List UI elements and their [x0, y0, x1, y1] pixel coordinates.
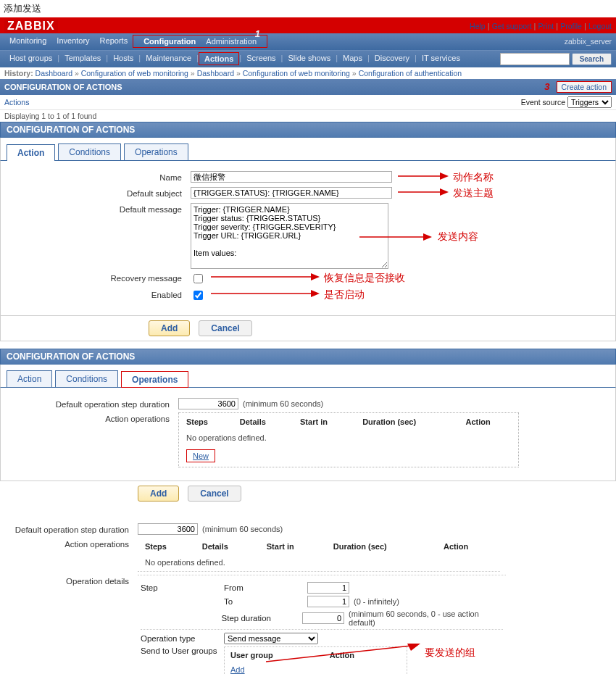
profile-link[interactable]: Profile — [560, 22, 582, 30]
from-input[interactable] — [307, 582, 349, 594]
history-label: History: — [4, 69, 33, 78]
nav-slideshows[interactable]: Slide shows — [283, 52, 336, 65]
annotation-3: 3 — [544, 81, 549, 92]
tab-operations[interactable]: Operations — [121, 371, 188, 388]
panel-body1: Name 动作名称 Default subject 发送主题 Default m… — [0, 161, 616, 316]
nav-hostgroups[interactable]: Host groups — [4, 52, 57, 65]
nav-templates[interactable]: Templates — [59, 52, 106, 65]
logo-bar: ZABBIX Help | Get support | Print | Prof… — [0, 17, 616, 33]
nav-maps[interactable]: Maps — [338, 52, 367, 65]
logout-link[interactable]: Logout — [588, 22, 612, 30]
tab-action[interactable]: Action — [7, 144, 55, 161]
nav-actions[interactable]: Actions — [199, 52, 239, 65]
stepdur-input[interactable] — [302, 612, 344, 624]
stepdur-hint: (minimum 60 seconds, 0 - use action defa… — [349, 609, 503, 627]
tab-action[interactable]: Action — [7, 370, 52, 387]
th-startin: Start in — [261, 539, 326, 554]
nav-reports[interactable]: Reports — [95, 35, 133, 48]
panel-body3: Default operation step duration (minimum… — [0, 523, 616, 674]
nav-configuration[interactable]: Configuration Administration 1 — [133, 35, 267, 48]
nav-inventory[interactable]: Inventory — [51, 35, 94, 48]
get-support-link[interactable]: Get support — [492, 22, 532, 30]
note-enabled: 是否启动 — [324, 288, 365, 301]
panel-header1: CONFIGURATION OF ACTIONS — [0, 122, 616, 138]
arrow-icon — [211, 288, 320, 300]
duration-label: Default operation step duration — [6, 523, 138, 534]
history-item[interactable]: Dashboard — [36, 69, 72, 78]
arrow-icon — [359, 232, 432, 244]
actions-link[interactable]: Actions — [4, 98, 29, 107]
add-usergroup-link[interactable]: Add — [230, 665, 245, 674]
svg-marker-5 — [423, 233, 432, 241]
tab-conditions[interactable]: Conditions — [55, 370, 118, 387]
note-name: 动作名称 — [453, 171, 494, 184]
th-startin: Start in — [294, 415, 355, 429]
arrow-icon — [211, 272, 320, 283]
note-recovery: 恢复信息是否接收 — [324, 272, 405, 285]
nav-screens[interactable]: Screens — [241, 52, 280, 65]
duration-input[interactable] — [138, 523, 198, 535]
duration-label: Default operation step duration — [7, 398, 178, 409]
to-label: To — [224, 597, 307, 606]
stepdur-label: Step duration — [222, 614, 303, 623]
ops-label: Action operations — [7, 412, 178, 423]
nav-monitoring[interactable]: Monitoring — [4, 35, 51, 48]
add-button[interactable]: Add — [149, 320, 190, 336]
print-link[interactable]: Print — [538, 22, 554, 30]
main-nav: Monitoring Inventory Reports Configurati… — [0, 33, 616, 50]
search-input[interactable] — [500, 53, 570, 65]
history-bar: History: Dashboard » Configuration of we… — [0, 67, 616, 79]
history-item[interactable]: Configuration of web monitoring — [81, 69, 188, 78]
th-steps: Steps — [180, 415, 233, 429]
arrow-icon — [398, 187, 449, 199]
nav-itservices[interactable]: IT services — [417, 52, 465, 65]
nav-discovery[interactable]: Discovery — [370, 52, 415, 65]
tab-conditions[interactable]: Conditions — [58, 143, 121, 160]
to-input[interactable] — [307, 596, 349, 607]
subject-label: Default subject — [7, 187, 191, 198]
history-item[interactable]: Configuration of web monitoring — [243, 69, 350, 78]
tabs1: Action Conditions Operations — [0, 138, 616, 161]
help-link[interactable]: Help — [470, 22, 486, 30]
optype-select[interactable]: Send message — [224, 633, 318, 644]
th-details: Details — [196, 539, 259, 554]
history-item[interactable]: Configuration of authentication — [359, 69, 462, 78]
nav-configuration-label: Configuration — [138, 36, 201, 47]
nav-maintenance[interactable]: Maintenance — [141, 52, 196, 65]
event-source-label: Event source — [521, 98, 565, 107]
th-duration: Duration (sec) — [328, 539, 436, 554]
top-links: Help | Get support | Print | Profile | L… — [470, 22, 612, 30]
panel-header2: CONFIGURATION OF ACTIONS — [0, 349, 616, 365]
sub-row: Actions Event source Triggers — [0, 95, 616, 110]
search-button[interactable]: Search — [572, 53, 612, 65]
section-title-bar: CONFIGURATION OF ACTIONS 3 Create action — [0, 79, 616, 95]
section-title: CONFIGURATION OF ACTIONS — [4, 83, 122, 91]
name-input[interactable] — [191, 171, 392, 183]
from-label: From — [224, 583, 307, 592]
th-duration: Duration (sec) — [357, 415, 458, 429]
svg-line-10 — [266, 646, 411, 662]
arrow-icon — [262, 644, 422, 667]
panel-body2: Default operation step duration (minimum… — [0, 388, 616, 481]
th-action: Action — [438, 539, 499, 554]
event-source-select[interactable]: Triggers — [567, 96, 612, 108]
subject-input[interactable] — [191, 187, 392, 199]
ops-table: Steps Details Start in Duration (sec) Ac… — [178, 412, 519, 467]
history-item[interactable]: Dashboard — [197, 69, 234, 78]
duration-input[interactable] — [178, 398, 238, 409]
duration-hint: (minimum 60 seconds) — [202, 525, 283, 533]
sub-nav: Host groups| Templates| Hosts| Maintenan… — [0, 50, 616, 67]
new-link[interactable]: New — [186, 449, 215, 462]
enabled-checkbox[interactable] — [193, 291, 203, 300]
create-action-button[interactable]: Create action — [557, 81, 612, 93]
cancel-button[interactable]: Cancel — [188, 486, 241, 502]
add-button[interactable]: Add — [138, 486, 179, 502]
duration-hint: (minimum 60 seconds) — [243, 399, 323, 408]
recovery-checkbox[interactable] — [193, 274, 203, 283]
cancel-button[interactable]: Cancel — [199, 320, 251, 336]
tabs2: Action Conditions Operations — [0, 365, 616, 388]
name-label: Name — [7, 171, 191, 182]
svg-marker-11 — [407, 644, 420, 651]
tab-operations[interactable]: Operations — [124, 143, 188, 160]
nav-hosts[interactable]: Hosts — [108, 52, 138, 65]
